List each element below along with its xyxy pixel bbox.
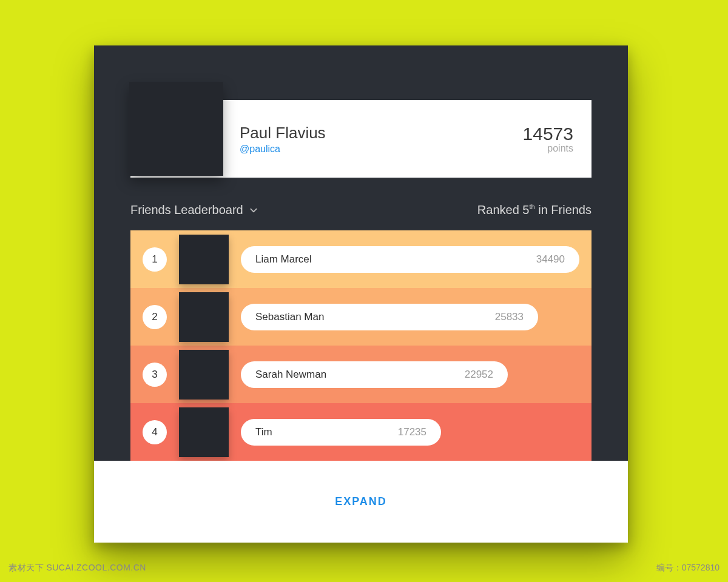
avatar[interactable] — [179, 292, 229, 342]
row-pill: Tim 17235 — [241, 419, 441, 446]
rank-badge: 3 — [143, 363, 167, 387]
row-name: Tim — [255, 426, 272, 438]
card-footer: EXPAND — [94, 461, 628, 543]
row-points: 34490 — [536, 253, 565, 266]
row-name: Sarah Newman — [255, 369, 326, 381]
points-label: points — [523, 143, 573, 154]
leaderboard-dropdown[interactable]: Friends Leaderboard — [130, 203, 258, 217]
rank-badge: 2 — [143, 305, 167, 329]
profile-name: Paul Flavius — [240, 124, 326, 142]
leaderboard-card: Paul Flavius @paulica 14573 points Frien… — [94, 45, 628, 543]
row-points: 22952 — [465, 369, 493, 381]
profile-bar: Paul Flavius @paulica 14573 points — [130, 100, 592, 178]
leaderboard-row[interactable]: 4 Tim 17235 — [130, 403, 592, 461]
row-points: 17235 — [398, 426, 426, 438]
asset-id: 编号：07572810 — [656, 563, 720, 574]
leaderboard-title: Friends Leaderboard — [130, 203, 243, 217]
watermark-text: 素材天下 SUCAI.ZCOOL.COM.CN — [8, 563, 146, 574]
leaderboard-row[interactable]: 1 Liam Marcel 34490 — [130, 230, 592, 288]
row-name: Liam Marcel — [255, 253, 312, 266]
row-points: 25833 — [495, 311, 524, 323]
profile-points: 14573 points — [523, 124, 573, 154]
avatar[interactable] — [179, 350, 229, 400]
profile-handle[interactable]: @paulica — [240, 144, 326, 155]
profile-info: Paul Flavius @paulica — [240, 124, 326, 155]
avatar[interactable] — [179, 235, 229, 284]
leaderboard-row[interactable]: 2 Sebastian Man 25833 — [130, 288, 592, 346]
row-name: Sebastian Man — [255, 311, 324, 323]
avatar[interactable] — [129, 82, 223, 176]
rank-summary: Ranked 5th in Friends — [477, 203, 592, 217]
rank-badge: 1 — [143, 247, 167, 272]
row-pill: Sarah Newman 22952 — [241, 361, 508, 388]
avatar[interactable] — [179, 407, 229, 457]
row-pill: Liam Marcel 34490 — [241, 246, 579, 273]
subheader: Friends Leaderboard Ranked 5th in Friend… — [130, 203, 592, 217]
leaderboard-list: 1 Liam Marcel 34490 2 Sebastian Man 2583… — [130, 230, 592, 461]
row-pill: Sebastian Man 25833 — [241, 304, 538, 330]
expand-button[interactable]: EXPAND — [335, 495, 387, 508]
chevron-down-icon — [249, 206, 258, 215]
leaderboard-row[interactable]: 3 Sarah Newman 22952 — [130, 346, 592, 403]
points-value: 14573 — [523, 124, 573, 144]
rank-badge: 4 — [143, 420, 167, 444]
